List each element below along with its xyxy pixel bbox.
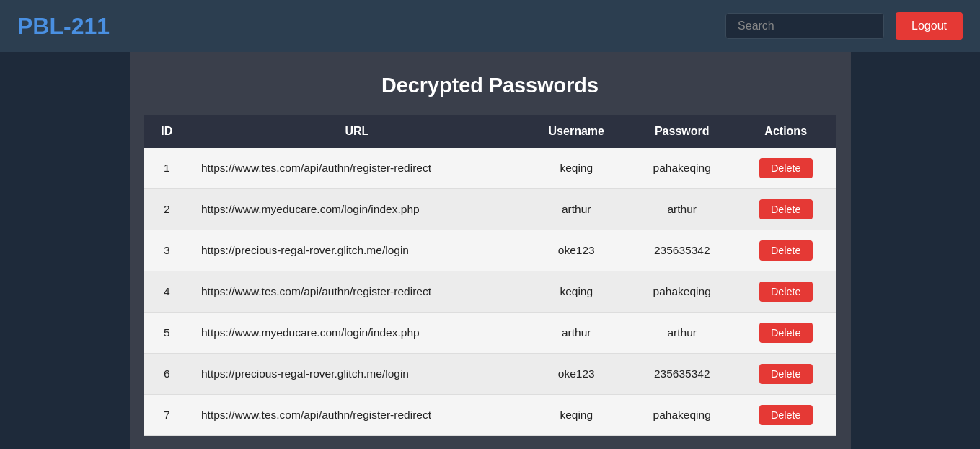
cell-username: arthur — [524, 313, 629, 354]
cell-username: oke123 — [524, 230, 629, 271]
cell-url: https://www.tes.com/api/authn/register-r… — [190, 271, 524, 313]
cell-url: https://www.myeducare.com/login/index.ph… — [190, 313, 524, 354]
cell-username: arthur — [524, 189, 629, 230]
table-header-row: ID URL Username Password Actions — [144, 115, 836, 148]
brand-logo: PBL-211 — [17, 13, 110, 40]
cell-password: arthur — [629, 189, 736, 230]
content-wrapper: Decrypted Passwords ID URL Username Pass… — [130, 52, 851, 449]
cell-action: Delete — [736, 354, 836, 395]
delete-button[interactable]: Delete — [759, 282, 813, 302]
cell-action: Delete — [736, 148, 836, 189]
table-row: 6https://precious-regal-rover.glitch.me/… — [144, 354, 836, 395]
table-header: ID URL Username Password Actions — [144, 115, 836, 148]
cell-username: keqing — [524, 395, 629, 436]
delete-button[interactable]: Delete — [759, 405, 813, 425]
table-row: 1https://www.tes.com/api/authn/register-… — [144, 148, 836, 189]
cell-id: 7 — [144, 395, 190, 436]
cell-action: Delete — [736, 189, 836, 230]
col-url: URL — [190, 115, 524, 148]
cell-username: keqing — [524, 271, 629, 313]
col-password: Password — [629, 115, 736, 148]
cell-id: 3 — [144, 230, 190, 271]
brand-prefix: PBL- — [17, 13, 71, 39]
cell-action: Delete — [736, 271, 836, 313]
delete-button[interactable]: Delete — [759, 199, 813, 219]
logout-button[interactable]: Logout — [896, 12, 963, 40]
cell-id: 1 — [144, 148, 190, 189]
cell-username: keqing — [524, 148, 629, 189]
col-id: ID — [144, 115, 190, 148]
cell-password: pahakeqing — [629, 148, 736, 189]
cell-id: 5 — [144, 313, 190, 354]
delete-button[interactable]: Delete — [759, 364, 813, 384]
passwords-table: ID URL Username Password Actions 1https:… — [144, 115, 836, 436]
cell-url: https://www.myeducare.com/login/index.ph… — [190, 189, 524, 230]
delete-button[interactable]: Delete — [759, 158, 813, 178]
cell-username: oke123 — [524, 354, 629, 395]
table-body: 1https://www.tes.com/api/authn/register-… — [144, 148, 836, 436]
cell-url: https://precious-regal-rover.glitch.me/l… — [190, 230, 524, 271]
cell-id: 2 — [144, 189, 190, 230]
table-row: 5https://www.myeducare.com/login/index.p… — [144, 313, 836, 354]
table-row: 3https://precious-regal-rover.glitch.me/… — [144, 230, 836, 271]
cell-action: Delete — [736, 395, 836, 436]
navbar-right: Logout — [725, 12, 963, 40]
table-row: 4https://www.tes.com/api/authn/register-… — [144, 271, 836, 313]
table-row: 7https://www.tes.com/api/authn/register-… — [144, 395, 836, 436]
cell-password: arthur — [629, 313, 736, 354]
cell-url: https://www.tes.com/api/authn/register-r… — [190, 148, 524, 189]
cell-action: Delete — [736, 313, 836, 354]
cell-password: pahakeqing — [629, 271, 736, 313]
navbar: PBL-211 Logout — [0, 0, 980, 52]
cell-url: https://www.tes.com/api/authn/register-r… — [190, 395, 524, 436]
cell-url: https://precious-regal-rover.glitch.me/l… — [190, 354, 524, 395]
col-username: Username — [524, 115, 629, 148]
delete-button[interactable]: Delete — [759, 240, 813, 261]
delete-button[interactable]: Delete — [759, 323, 813, 343]
cell-password: pahakeqing — [629, 395, 736, 436]
main-content: Decrypted Passwords ID URL Username Pass… — [0, 52, 980, 449]
cell-action: Delete — [736, 230, 836, 271]
table-container: ID URL Username Password Actions 1https:… — [144, 115, 836, 436]
page-title: Decrypted Passwords — [144, 74, 836, 97]
cell-password: 235635342 — [629, 230, 736, 271]
search-input[interactable] — [725, 13, 884, 39]
brand-suffix: 211 — [71, 13, 110, 39]
col-actions: Actions — [736, 115, 836, 148]
table-row: 2https://www.myeducare.com/login/index.p… — [144, 189, 836, 230]
cell-id: 6 — [144, 354, 190, 395]
cell-id: 4 — [144, 271, 190, 313]
cell-password: 235635342 — [629, 354, 736, 395]
